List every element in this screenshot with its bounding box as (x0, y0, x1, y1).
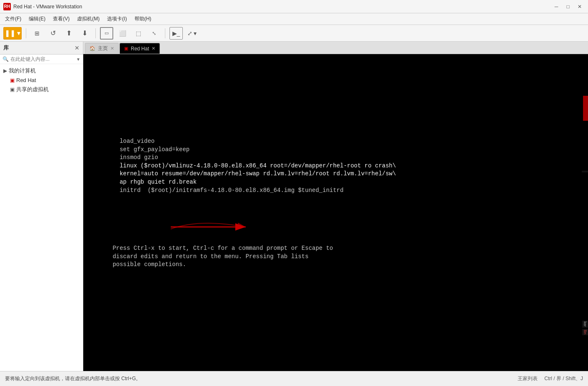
menu-bar: 文件(F) 编辑(E) 查看(V) 虚拟机(M) 选项卡(I) 帮助(H) (0, 13, 588, 25)
tree-item-my-computer[interactable]: ▶ 我的计算机 (0, 66, 83, 76)
toolbar: ❚❚ ▾ ⊞ ↺ ⬆ ⬇ ▭ ⬜ ⬚ ⤡ ▶_ ⤢ ▾ (0, 25, 588, 42)
toolbar-view-stretch[interactable]: ⤡ (147, 27, 161, 40)
tab-redhat[interactable]: ▣ Red Hat ✕ (120, 43, 160, 54)
toolbar-divider-3 (165, 28, 165, 38)
terminal-display: load_video set gfx_payload=keep insmod g… (83, 54, 588, 371)
toolbar-send-ctrl-alt-del[interactable]: ⊞ (30, 27, 44, 40)
bottom-bar: 要将输入定向到该虚拟机，请在虚拟机内部单击或按 Ctrl+G。 王家列表 Ctr… (0, 371, 588, 386)
shortcut-hint: Ctrl / 界 / Shift、J (544, 375, 583, 382)
tab-close-home[interactable]: ✕ (110, 46, 114, 51)
sidebar-close-button[interactable]: ✕ (75, 45, 80, 51)
toolbar-divider-2 (95, 28, 96, 38)
toolbar-view-normal[interactable]: ▭ (100, 27, 113, 40)
right-side-hint3: llin (582, 329, 588, 335)
vm-panel: 🏠 主页 ✕ ▣ Red Hat ✕ load_video (83, 42, 588, 371)
pause-button[interactable]: ❚❚ ▾ (3, 27, 22, 40)
tree-item-redhat[interactable]: ▣ Red Hat (0, 76, 83, 85)
vm-tab-icon: ▣ (124, 46, 128, 51)
tree-item-shared-vms[interactable]: ▣ 共享的虚拟机 (0, 85, 83, 95)
tree-item-label: Red Hat (16, 77, 36, 83)
library-title: 库 (3, 44, 9, 52)
sidebar-search: 🔍 ▼ (0, 55, 83, 64)
vm-icon: ▣ (10, 77, 15, 83)
right-side-hint: 属尾 (582, 171, 588, 172)
content-area: 库 ✕ 🔍 ▼ ▶ 我的计算机 ▣ Red Hat ▣ 共享的虚拟 (0, 42, 588, 371)
right-side-hint2: ker (582, 321, 588, 328)
toolbar-revert[interactable]: ↺ (46, 27, 60, 40)
sidebar-tree: ▶ 我的计算机 ▣ Red Hat ▣ 共享的虚拟机 (0, 64, 83, 96)
expand-icon: ▶ (3, 68, 7, 74)
search-dropdown-icon[interactable]: ▼ (76, 57, 80, 62)
term-line-ap: ap rhgb quiet rd.break (92, 178, 580, 187)
terminal-content: load_video set gfx_payload=keep insmod g… (92, 137, 580, 194)
toolbar-screenshot[interactable]: ⤢ ▾ (185, 27, 199, 40)
shared-vm-icon: ▣ (10, 87, 15, 92)
term-line: set gfx_payload=keep (92, 146, 580, 154)
menu-view[interactable]: 查看(V) (50, 15, 73, 23)
tab-close-redhat[interactable]: ✕ (152, 46, 155, 51)
term-line: load_video (92, 137, 580, 146)
minimize-button[interactable]: ─ (551, 2, 561, 11)
title-bar-controls: ─ □ ✕ (551, 2, 585, 11)
toolbar-snapshot-down[interactable]: ⬇ (78, 27, 91, 40)
tab-home[interactable]: 🏠 主页 ✕ (85, 43, 119, 54)
close-button[interactable]: ✕ (575, 2, 585, 11)
vm-list-label: 王家列表 (518, 375, 538, 382)
tree-item-label: 共享的虚拟机 (16, 86, 49, 93)
toolbar-view-unity[interactable]: ⬚ (132, 27, 145, 40)
toolbar-divider-1 (26, 28, 26, 38)
title-bar-left: RH Red Hat - VMware Workstation (3, 3, 82, 10)
term-help-line-1: Press Ctrl-x to start, Ctrl-c for a comm… (92, 244, 580, 253)
menu-edit[interactable]: 编辑(E) (25, 15, 49, 23)
term-line-kernel: kernel=auto resume=/dev/mapper/rhel-swap… (92, 170, 580, 178)
right-accent-bar (583, 96, 588, 121)
bottom-bar-right: 王家列表 Ctrl / 界 / Shift、J (518, 375, 583, 382)
terminal-help: Press Ctrl-x to start, Ctrl-c for a comm… (92, 244, 580, 269)
sidebar: 库 ✕ 🔍 ▼ ▶ 我的计算机 ▣ Red Hat ▣ 共享的虚拟 (0, 42, 83, 371)
toolbar-console[interactable]: ▶_ (169, 27, 183, 40)
toolbar-view-fullscreen[interactable]: ⬜ (116, 27, 129, 40)
menu-help[interactable]: 帮助(H) (131, 15, 155, 23)
menu-tab[interactable]: 选项卡(I) (104, 15, 130, 23)
app-icon: RH (3, 3, 11, 10)
term-help-line-3: possible completions. (92, 261, 580, 269)
vm-content[interactable]: load_video set gfx_payload=keep insmod g… (83, 54, 588, 371)
home-icon: 🏠 (90, 46, 95, 51)
term-help-line-2: discard edits and return to the menu. Pr… (92, 253, 580, 261)
term-line-linux: linux ($root)/vmlinuz-4.18.0-80.el8.x86_… (92, 162, 580, 170)
tree-item-label: 我的计算机 (9, 67, 36, 75)
sidebar-header: 库 ✕ (0, 42, 83, 55)
term-line: insmod gzio (92, 154, 580, 162)
tab-bar: 🏠 主页 ✕ ▣ Red Hat ✕ (83, 42, 588, 54)
menu-file[interactable]: 文件(F) (2, 15, 25, 23)
maximize-button[interactable]: □ (563, 2, 573, 11)
tab-label: Red Hat (131, 46, 149, 52)
title-bar: RH Red Hat - VMware Workstation ─ □ ✕ (0, 0, 588, 13)
term-line-initrd: initrd ($root)/initramfs-4.18.0-80.el8.x… (92, 187, 580, 195)
menu-vm[interactable]: 虚拟机(M) (74, 15, 103, 23)
window-title: Red Hat - VMware Workstation (13, 4, 82, 10)
toolbar-snapshot-up[interactable]: ⬆ (62, 27, 75, 40)
search-input[interactable] (10, 56, 75, 62)
search-icon: 🔍 (2, 56, 9, 62)
status-text: 要将输入定向到该虚拟机，请在虚拟机内部单击或按 Ctrl+G。 (5, 375, 141, 382)
tab-label: 主页 (98, 45, 108, 52)
